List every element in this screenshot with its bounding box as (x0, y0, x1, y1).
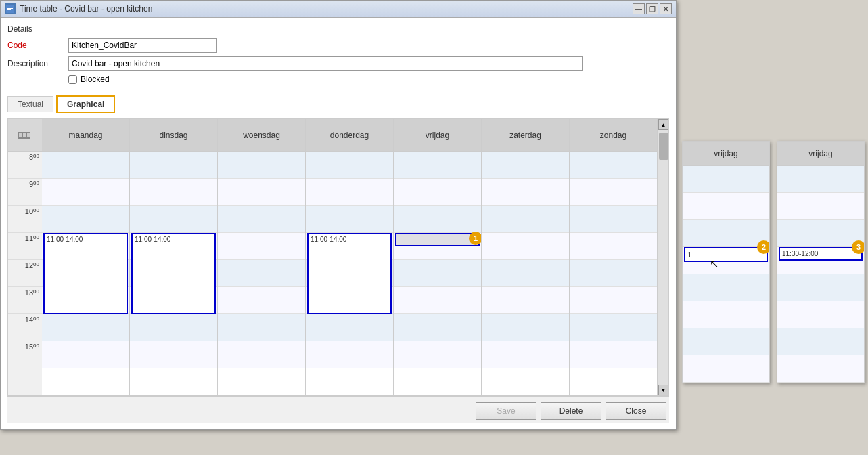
time-block-donderdag[interactable]: 11:00-14:00 (307, 233, 392, 314)
cell-row[interactable] (218, 152, 305, 179)
day-zondag[interactable]: zondag (570, 119, 658, 395)
fp-cell[interactable] (777, 328, 864, 355)
fp-cell[interactable] (777, 166, 864, 193)
cell-row[interactable] (218, 341, 305, 368)
day-donderdag[interactable]: donderdag 11:00-14:00 (306, 119, 394, 395)
cell-row[interactable] (130, 314, 217, 341)
time-block-dinsdag[interactable]: 11:00-14:00 (131, 233, 216, 314)
close-button[interactable]: ✕ (660, 3, 672, 14)
fp-cell[interactable] (683, 193, 769, 220)
cell-row[interactable] (42, 179, 129, 206)
cell-row[interactable] (130, 179, 217, 206)
fp-body-2[interactable]: 11:30-12:00 3 (777, 166, 864, 383)
fp-cell[interactable] (683, 301, 769, 328)
time-block-maandag[interactable]: 11:00-14:00 (43, 233, 128, 314)
cell-row[interactable] (482, 179, 569, 206)
cell-row[interactable] (306, 152, 393, 179)
day-cells-maandag[interactable]: 11:00-14:00 (42, 152, 129, 395)
fp-cell[interactable] (683, 355, 769, 383)
fp-cell[interactable] (777, 220, 864, 247)
cell-row[interactable] (218, 233, 305, 260)
code-input[interactable] (68, 38, 217, 53)
cell-row[interactable] (130, 206, 217, 233)
day-cells-vrijdag[interactable]: 1 (394, 152, 481, 395)
cell-row[interactable] (482, 260, 569, 287)
close-button-footer[interactable]: Close (606, 402, 666, 420)
cell-row[interactable] (130, 341, 217, 368)
day-zaterdag[interactable]: zaterdag (482, 119, 570, 395)
delete-button[interactable]: Delete (541, 402, 601, 420)
vertical-scrollbar[interactable]: ▲ ▼ (658, 119, 668, 395)
cell-row[interactable] (130, 152, 217, 179)
cell-row[interactable] (394, 206, 481, 233)
cell-row[interactable] (42, 152, 129, 179)
cell-row[interactable] (306, 341, 393, 368)
cell-row[interactable] (42, 314, 129, 341)
fp-cell[interactable] (683, 220, 769, 247)
code-label[interactable]: Code (7, 41, 68, 50)
day-maandag[interactable]: maandag 11:00-14:00 (42, 119, 130, 395)
fp-time-block-2[interactable]: 11:30-12:00 (779, 247, 863, 261)
fp-input-field-1[interactable] (687, 251, 764, 259)
cell-row[interactable] (570, 287, 657, 314)
cell-row[interactable] (306, 179, 393, 206)
fp-cell[interactable] (777, 193, 864, 220)
day-cells-woensdag[interactable] (218, 152, 305, 395)
tab-textual[interactable]: Textual (7, 96, 53, 112)
cell-row[interactable] (218, 260, 305, 287)
cell-row[interactable] (394, 341, 481, 368)
cell-row[interactable] (218, 314, 305, 341)
day-cells-donderdag[interactable]: 11:00-14:00 (306, 152, 393, 395)
cell-row[interactable] (42, 341, 129, 368)
cell-row[interactable] (482, 314, 569, 341)
cell-row[interactable] (570, 260, 657, 287)
fp-cell[interactable] (683, 166, 769, 193)
selection-block-vrijdag[interactable] (395, 233, 480, 246)
cell-row[interactable] (570, 179, 657, 206)
fp-active-input-1[interactable] (684, 247, 768, 262)
fp-cell[interactable] (777, 274, 864, 301)
time-14: 1400 (8, 314, 42, 341)
cell-row[interactable] (482, 152, 569, 179)
cell-row[interactable] (570, 341, 657, 368)
cell-row[interactable] (570, 206, 657, 233)
cell-row[interactable] (394, 179, 481, 206)
cell-row[interactable] (218, 206, 305, 233)
cell-row[interactable] (570, 233, 657, 260)
fp-cell[interactable] (683, 328, 769, 355)
cell-row[interactable] (306, 206, 393, 233)
blocked-checkbox[interactable] (68, 75, 77, 84)
save-button[interactable]: Save (476, 402, 536, 420)
restore-button[interactable]: ❐ (646, 3, 658, 14)
cell-row[interactable] (394, 314, 481, 341)
cell-row[interactable] (570, 314, 657, 341)
tab-graphical[interactable]: Graphical (56, 95, 115, 113)
cell-row[interactable] (482, 341, 569, 368)
day-cells-dinsdag[interactable]: 11:00-14:00 (130, 152, 217, 395)
scroll-thumb[interactable] (659, 133, 668, 160)
fp-cell[interactable] (683, 274, 769, 301)
day-cells-zaterdag[interactable] (482, 152, 569, 395)
day-dinsdag[interactable]: dinsdag 11:00-14:00 (130, 119, 218, 395)
minimize-button[interactable]: — (633, 3, 645, 14)
scroll-up-arrow[interactable]: ▲ (658, 119, 669, 130)
description-input[interactable] (68, 56, 583, 71)
cell-row[interactable] (394, 260, 481, 287)
cell-row[interactable] (482, 287, 569, 314)
cell-row[interactable] (394, 152, 481, 179)
cell-row[interactable] (218, 179, 305, 206)
fp-cell[interactable] (777, 301, 864, 328)
cell-row[interactable] (570, 152, 657, 179)
day-vrijdag[interactable]: vrijdag 1 (394, 119, 482, 395)
cell-row[interactable] (482, 233, 569, 260)
fp-cell[interactable] (777, 355, 864, 383)
cell-row[interactable] (306, 314, 393, 341)
cell-row[interactable] (394, 287, 481, 314)
cell-row[interactable] (482, 206, 569, 233)
cell-row[interactable] (218, 287, 305, 314)
day-woensdag[interactable]: woensdag (218, 119, 306, 395)
day-cells-zondag[interactable] (570, 152, 657, 395)
scroll-down-arrow[interactable]: ▼ (658, 385, 669, 395)
fp-body-1[interactable]: 2 ↖ (683, 166, 769, 383)
cell-row[interactable] (42, 206, 129, 233)
